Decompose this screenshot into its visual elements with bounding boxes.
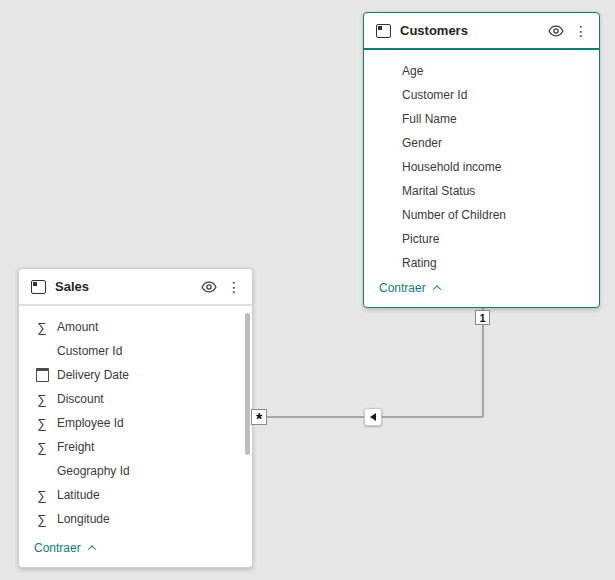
table-card-sales[interactable]: Sales ⋮ ∑ Amount Customer Id (18, 268, 253, 568)
collapse-label: Contraer (34, 541, 81, 555)
blank-icon (34, 463, 50, 479)
field-name: Rating (402, 256, 437, 270)
left-arrow-icon (370, 413, 376, 421)
blank-icon (379, 87, 395, 103)
field-name: Discount (57, 392, 104, 406)
field-row[interactable]: Number of Children (364, 203, 599, 227)
more-options-icon[interactable]: ⋮ (226, 280, 242, 294)
field-name: Longitude (57, 512, 110, 526)
blank-icon (379, 135, 395, 151)
table-card-customers[interactable]: Customers ⋮ Age Customer Id (363, 12, 600, 308)
sales-field-list: ∑ Amount Customer Id Delivery Date ∑ Dis… (19, 306, 252, 533)
table-icon (31, 280, 46, 294)
collapse-link[interactable]: Contraer (364, 273, 599, 307)
field-row[interactable]: Rating (364, 251, 599, 273)
field-name: Latitude (57, 488, 100, 502)
blank-icon (379, 63, 395, 79)
field-row[interactable]: Customer Id (364, 83, 599, 107)
asterisk-glyph: * (256, 411, 262, 429)
field-name: Amount (57, 320, 98, 334)
field-row[interactable]: Geography Id (19, 459, 252, 483)
field-name: Geography Id (57, 464, 130, 478)
blank-icon (379, 231, 395, 247)
field-row[interactable]: Picture (364, 227, 599, 251)
chevron-up-icon (87, 545, 95, 553)
field-name: Customer Id (57, 344, 122, 358)
field-row[interactable]: Marital Status (364, 179, 599, 203)
field-name: Delivery Date (57, 368, 129, 382)
field-row[interactable]: ∑ Employee Id (19, 411, 252, 435)
field-row[interactable]: Delivery Date (19, 363, 252, 387)
table-icon (376, 24, 391, 38)
field-row[interactable]: ∑ Amount (19, 315, 252, 339)
customers-card-header[interactable]: Customers ⋮ (364, 13, 599, 50)
scrollbar-thumb[interactable] (245, 313, 250, 455)
field-name: Age (402, 64, 423, 78)
sigma-icon: ∑ (34, 511, 50, 527)
collapse-link[interactable]: Contraer (19, 533, 252, 567)
blank-icon (379, 255, 395, 271)
field-name: Picture (402, 232, 439, 246)
field-name: Customer Id (402, 88, 467, 102)
blank-icon (379, 183, 395, 199)
field-name: Employee Id (57, 416, 124, 430)
sigma-icon: ∑ (34, 439, 50, 455)
customers-field-list: Age Customer Id Full Name Gender (364, 50, 599, 273)
sigma-icon: ∑ (34, 391, 50, 407)
table-title: Customers (400, 23, 539, 38)
field-row[interactable]: Household income (364, 155, 599, 179)
more-options-icon[interactable]: ⋮ (573, 24, 589, 38)
field-row[interactable]: ∑ Discount (19, 387, 252, 411)
table-title: Sales (55, 279, 192, 294)
blank-icon (379, 207, 395, 223)
field-row[interactable]: ∑ Freight (19, 435, 252, 459)
field-row[interactable]: Customer Id (19, 339, 252, 363)
field-name: Number of Children (402, 208, 506, 222)
relationship-direction-arrow[interactable] (364, 408, 382, 426)
field-row[interactable]: Gender (364, 131, 599, 155)
calendar-icon (34, 367, 50, 383)
visibility-eye-icon[interactable] (548, 25, 564, 37)
field-row[interactable]: Age (364, 59, 599, 83)
blank-icon (379, 111, 395, 127)
visibility-eye-icon[interactable] (201, 281, 217, 293)
sales-card-header[interactable]: Sales ⋮ (19, 269, 252, 306)
field-name: Full Name (402, 112, 457, 126)
field-row[interactable]: ∑ Latitude (19, 483, 252, 507)
cardinality-many-marker[interactable]: * (251, 409, 267, 425)
collapse-label: Contraer (379, 281, 426, 295)
field-name: Marital Status (402, 184, 475, 198)
field-name: Freight (57, 440, 94, 454)
blank-icon (379, 159, 395, 175)
sigma-icon: ∑ (34, 319, 50, 335)
field-name: Household income (402, 160, 501, 174)
sigma-icon: ∑ (34, 487, 50, 503)
chevron-up-icon (432, 285, 440, 293)
sigma-icon: ∑ (34, 415, 50, 431)
cardinality-one-marker[interactable]: 1 (475, 310, 490, 325)
model-canvas: 1 * Customers ⋮ Age (0, 0, 615, 580)
blank-icon (34, 343, 50, 359)
field-name: Gender (402, 136, 442, 150)
field-row[interactable]: ∑ Longitude (19, 507, 252, 531)
field-row[interactable]: Full Name (364, 107, 599, 131)
